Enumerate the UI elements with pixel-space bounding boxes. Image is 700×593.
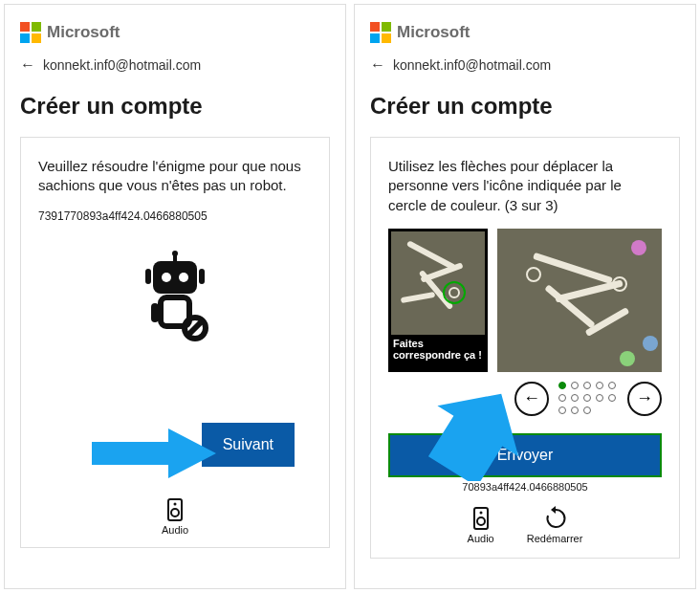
robot-illustration [38, 250, 312, 349]
captcha-panel-step3: Microsoft ← konnekt.inf0@hotmail.com Cré… [354, 4, 696, 589]
speaker-icon [470, 506, 492, 531]
captcha-card: Utilisez les flèches pour déplacer la pe… [370, 137, 680, 559]
captcha-main-image[interactable] [497, 229, 662, 372]
restart-option[interactable]: Redémarrer [527, 506, 583, 544]
robot-icon [134, 250, 216, 345]
page-title: Créer un compte [370, 93, 680, 120]
svg-rect-8 [151, 303, 159, 322]
captcha-target-box: Faites correspondre ça ! [388, 229, 488, 372]
audio-option[interactable]: Audio [468, 506, 494, 544]
account-email: konnekt.inf0@hotmail.com [43, 57, 201, 73]
restart-icon [544, 506, 565, 531]
captcha-card: Veuillez résoudre l'énigme pour que nous… [20, 137, 330, 548]
audio-label: Audio [468, 533, 494, 544]
svg-rect-6 [199, 269, 205, 284]
pager-dots [558, 382, 618, 416]
svg-point-17 [477, 517, 485, 525]
svg-rect-5 [145, 269, 151, 284]
arrow-right-icon: → [636, 388, 653, 408]
microsoft-logo-icon [370, 22, 391, 43]
back-identity-row[interactable]: ← konnekt.inf0@hotmail.com [370, 56, 680, 74]
svg-rect-2 [153, 261, 197, 294]
captcha-code: 7391770893a4ff424.0466880505 [38, 209, 312, 223]
back-arrow-icon: ← [370, 56, 385, 74]
svg-marker-19 [551, 506, 556, 514]
captcha-target-label: Faites correspondre ça ! [391, 335, 485, 362]
page-title: Créer un compte [20, 93, 330, 120]
tutorial-arrow-icon [428, 389, 534, 481]
restart-label: Redémarrer [527, 533, 583, 544]
tutorial-arrow-icon [92, 428, 216, 478]
captcha-target-image [391, 231, 485, 335]
svg-point-1 [172, 251, 178, 256]
speaker-icon [164, 497, 186, 522]
svg-marker-11 [92, 428, 216, 478]
microsoft-logo-icon [20, 22, 41, 43]
svg-marker-15 [428, 389, 534, 481]
captcha-footer: Audio Redémarrer [388, 506, 662, 544]
svg-point-3 [162, 273, 171, 282]
captcha-instruction: Veuillez résoudre l'énigme pour que nous… [38, 157, 312, 196]
captcha-footer: Audio [21, 497, 329, 536]
svg-point-4 [179, 273, 188, 282]
svg-point-14 [173, 503, 176, 506]
audio-option[interactable]: Audio [162, 497, 188, 536]
next-arrow-button[interactable]: → [627, 382, 662, 416]
brand-text: Microsoft [47, 23, 120, 42]
captcha-panel-step1: Microsoft ← konnekt.inf0@hotmail.com Cré… [4, 4, 346, 589]
captcha-instruction: Utilisez les flèches pour déplacer la pe… [388, 157, 662, 215]
audio-label: Audio [162, 524, 188, 536]
captcha-image-row: Faites correspondre ça ! [388, 229, 662, 372]
brand-row: Microsoft [20, 22, 330, 43]
brand-row: Microsoft [370, 22, 680, 43]
svg-point-18 [479, 511, 482, 514]
brand-text: Microsoft [397, 23, 470, 42]
back-identity-row[interactable]: ← konnekt.inf0@hotmail.com [20, 56, 330, 74]
captcha-code: 70893a4ff424.0466880505 [388, 481, 662, 493]
back-arrow-icon: ← [20, 56, 35, 74]
svg-point-13 [171, 509, 179, 516]
account-email: konnekt.inf0@hotmail.com [393, 57, 551, 73]
